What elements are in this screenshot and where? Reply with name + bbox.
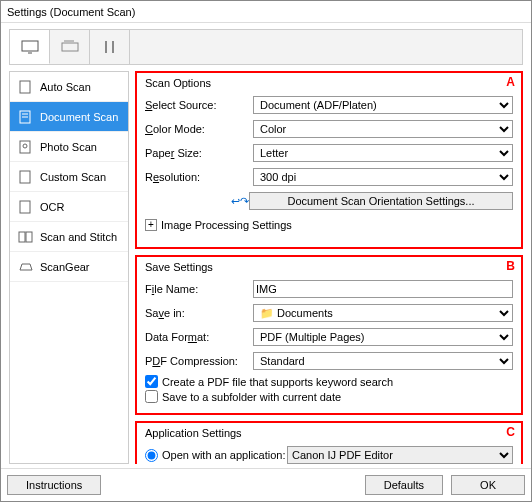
svg-rect-2 bbox=[62, 43, 78, 51]
label-open-app: Open with an application: bbox=[162, 449, 286, 461]
select-color-mode[interactable]: Color bbox=[253, 120, 513, 138]
sidebar-item-auto-scan[interactable]: Auto Scan bbox=[10, 72, 128, 102]
monitor-icon bbox=[20, 39, 40, 55]
group-scan-options: A Scan Options SSelect Source:elect Sour… bbox=[135, 71, 523, 249]
sidebar-item-custom-scan[interactable]: Custom Scan bbox=[10, 162, 128, 192]
label-keyword-pdf: Create a PDF file that supports keyword … bbox=[162, 376, 393, 388]
tab-general-settings[interactable] bbox=[90, 30, 130, 64]
sidebar-item-document-scan[interactable]: Document Scan bbox=[10, 102, 128, 132]
group-title: Save Settings bbox=[145, 261, 513, 273]
label-save-in: Save in: bbox=[145, 307, 253, 319]
tab-scan-from-panel[interactable] bbox=[50, 30, 90, 64]
svg-rect-0 bbox=[22, 41, 38, 51]
label-pdf-compression: PDF Compression: bbox=[145, 355, 253, 367]
group-marker-b: B bbox=[506, 259, 515, 273]
select-paper-size[interactable]: Letter bbox=[253, 144, 513, 162]
group-application-settings: C Application Settings Open with an appl… bbox=[135, 421, 523, 464]
select-save-in[interactable]: 📁 Documents bbox=[253, 304, 513, 322]
label-subfolder-date: Save to a subfolder with current date bbox=[162, 391, 341, 403]
checkbox-subfolder-date[interactable] bbox=[145, 390, 158, 403]
group-title: Scan Options bbox=[145, 77, 513, 89]
group-save-settings: B Save Settings File Name: Save in: 📁 Do… bbox=[135, 255, 523, 415]
select-open-app[interactable]: Canon IJ PDF Editor bbox=[287, 446, 513, 464]
titlebar: Settings (Document Scan) bbox=[1, 1, 531, 23]
ocr-icon bbox=[18, 200, 34, 214]
sidebar-item-label: ScanGear bbox=[40, 261, 90, 273]
defaults-button[interactable]: Defaults bbox=[365, 475, 443, 495]
group-marker-a: A bbox=[506, 75, 515, 89]
scanner-icon bbox=[60, 39, 80, 55]
sidebar-item-label: Document Scan bbox=[40, 111, 118, 123]
label-select-source: SSelect Source:elect Source: bbox=[145, 99, 253, 111]
select-data-format[interactable]: PDF (Multiple Pages) bbox=[253, 328, 513, 346]
input-file-name[interactable] bbox=[253, 280, 513, 298]
sidebar-item-label: Auto Scan bbox=[40, 81, 91, 93]
label-image-processing: Image Processing Settings bbox=[161, 219, 292, 231]
expand-image-processing[interactable]: + bbox=[145, 219, 157, 231]
sidebar-item-label: OCR bbox=[40, 201, 64, 213]
sidebar: Auto Scan Document Scan Photo Scan Custo… bbox=[9, 71, 129, 464]
svg-rect-10 bbox=[20, 141, 30, 153]
checkbox-keyword-pdf[interactable] bbox=[145, 375, 158, 388]
select-source[interactable]: Document (ADF/Platen) bbox=[253, 96, 513, 114]
sidebar-item-label: Scan and Stitch bbox=[40, 231, 117, 243]
doc-icon bbox=[18, 110, 34, 124]
label-data-format: Data Format: bbox=[145, 331, 253, 343]
sidebar-item-label: Custom Scan bbox=[40, 171, 106, 183]
svg-rect-13 bbox=[20, 201, 30, 213]
scangear-icon bbox=[18, 260, 34, 274]
ok-button[interactable]: OK bbox=[451, 475, 525, 495]
sidebar-item-scan-stitch[interactable]: Scan and Stitch bbox=[10, 222, 128, 252]
window-title: Settings (Document Scan) bbox=[7, 6, 135, 18]
photo-icon bbox=[18, 140, 34, 154]
tools-icon bbox=[101, 39, 119, 55]
select-pdf-compression[interactable]: Standard bbox=[253, 352, 513, 370]
svg-rect-14 bbox=[19, 232, 25, 242]
svg-rect-6 bbox=[20, 81, 30, 93]
sidebar-item-photo-scan[interactable]: Photo Scan bbox=[10, 132, 128, 162]
toolbar bbox=[9, 29, 523, 65]
sidebar-item-ocr[interactable]: OCR bbox=[10, 192, 128, 222]
doc-icon bbox=[18, 80, 34, 94]
svg-rect-15 bbox=[26, 232, 32, 242]
select-resolution[interactable]: 300 dpi bbox=[253, 168, 513, 186]
footer: Instructions Defaults OK bbox=[1, 468, 531, 501]
label-paper-size: Paper Size: bbox=[145, 147, 253, 159]
svg-rect-12 bbox=[20, 171, 30, 183]
label-color-mode: Color Mode: bbox=[145, 123, 253, 135]
label-resolution: Resolution: bbox=[145, 171, 253, 183]
sidebar-item-label: Photo Scan bbox=[40, 141, 97, 153]
tab-scan-from-computer[interactable] bbox=[10, 30, 50, 64]
stitch-icon bbox=[18, 230, 34, 244]
sidebar-item-scangear[interactable]: ScanGear bbox=[10, 252, 128, 282]
label-file-name: File Name: bbox=[145, 283, 253, 295]
radio-open-app[interactable] bbox=[145, 449, 158, 462]
custom-icon bbox=[18, 170, 34, 184]
svg-point-11 bbox=[23, 144, 27, 148]
doc-orientation-settings-button[interactable]: Document Scan Orientation Settings... bbox=[249, 192, 513, 210]
group-marker-c: C bbox=[506, 425, 515, 439]
group-title: Application Settings bbox=[145, 427, 513, 439]
instructions-button[interactable]: Instructions bbox=[7, 475, 101, 495]
orientation-link-icon: ↩↷ bbox=[233, 194, 247, 208]
